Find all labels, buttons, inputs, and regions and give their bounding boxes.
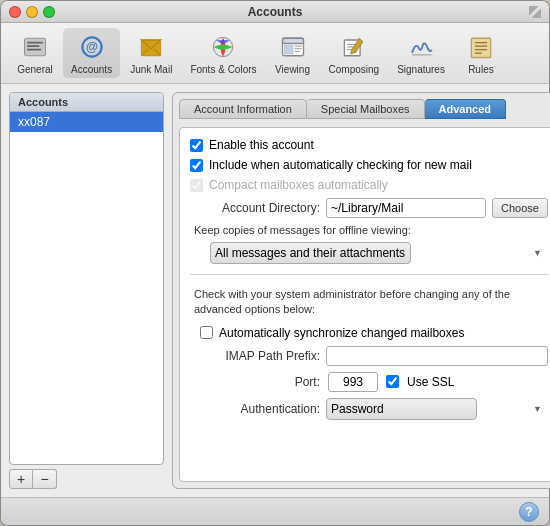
- tab-special-mailboxes[interactable]: Special Mailboxes: [307, 99, 425, 119]
- accounts-list: Accounts xx087: [9, 92, 164, 465]
- choose-button[interactable]: Choose: [492, 198, 548, 218]
- svg-rect-24: [471, 38, 490, 57]
- auth-row: Authentication: Password MD5 Challenge-R…: [190, 398, 548, 420]
- viewing-label: Viewing: [275, 64, 310, 75]
- bottom-bar: ?: [1, 497, 549, 525]
- imap-prefix-row: IMAP Path Prefix:: [190, 346, 548, 366]
- tab-advanced[interactable]: Advanced: [425, 99, 507, 119]
- enable-account-checkbox[interactable]: [190, 139, 203, 152]
- accounts-window: Accounts General @: [0, 0, 550, 526]
- use-ssl-label: Use SSL: [407, 375, 454, 389]
- fonts-colors-label: Fonts & Colors: [190, 64, 256, 75]
- signatures-icon: [405, 31, 437, 63]
- use-ssl-checkbox[interactable]: [386, 375, 399, 388]
- composing-label: Composing: [329, 64, 380, 75]
- maximize-button[interactable]: [43, 6, 55, 18]
- svg-rect-3: [27, 49, 41, 51]
- viewing-icon: [277, 31, 309, 63]
- keep-copies-dropdown-wrapper: All messages and their attachments All m…: [210, 242, 548, 264]
- sidebar: Accounts xx087 + −: [9, 92, 164, 489]
- compact-mailboxes-checkbox[interactable]: [190, 179, 203, 192]
- toolbar-item-rules[interactable]: Rules: [455, 28, 507, 78]
- toolbar-item-accounts[interactable]: @ Accounts: [63, 28, 120, 78]
- include-checking-checkbox[interactable]: [190, 159, 203, 172]
- composing-icon: [338, 31, 370, 63]
- advanced-warning-text: Check with your system administrator bef…: [194, 287, 544, 318]
- fonts-colors-icon: [207, 31, 239, 63]
- svg-rect-14: [284, 45, 293, 54]
- toolbar-item-general[interactable]: General: [9, 28, 61, 78]
- advanced-form: Enable this account Include when automat…: [179, 127, 550, 482]
- toolbar: General @ Accounts Junk Mail: [1, 23, 549, 84]
- divider: [190, 274, 548, 275]
- window-title: Accounts: [248, 5, 303, 19]
- auth-dropdown-wrapper: Password MD5 Challenge-Response NTLM Ker…: [326, 398, 548, 420]
- port-label: Port:: [190, 375, 320, 389]
- svg-rect-13: [282, 38, 303, 43]
- include-checking-row: Include when automatically checking for …: [190, 158, 548, 172]
- toolbar-item-composing[interactable]: Composing: [321, 28, 388, 78]
- junk-mail-label: Junk Mail: [130, 64, 172, 75]
- tab-bar: Account Information Special Mailboxes Ad…: [179, 99, 550, 119]
- keep-copies-row: All messages and their attachments All m…: [210, 242, 548, 264]
- general-icon: [19, 31, 51, 63]
- keep-copies-select[interactable]: All messages and their attachments All m…: [210, 242, 411, 264]
- port-row: Port: Use SSL: [190, 372, 548, 392]
- add-account-button[interactable]: +: [9, 469, 33, 489]
- rules-icon: [465, 31, 497, 63]
- sidebar-item-xx087[interactable]: xx087: [10, 112, 163, 132]
- accounts-label: Accounts: [71, 64, 112, 75]
- include-checking-label: Include when automatically checking for …: [209, 158, 472, 172]
- auto-sync-checkbox[interactable]: [200, 326, 213, 339]
- junk-mail-icon: [135, 31, 167, 63]
- main-panel: Account Information Special Mailboxes Ad…: [172, 92, 550, 489]
- auto-sync-label: Automatically synchronize changed mailbo…: [219, 326, 464, 340]
- compact-mailboxes-label: Compact mailboxes automatically: [209, 178, 388, 192]
- accounts-icon: @: [76, 31, 108, 63]
- resize-handle[interactable]: [529, 6, 541, 18]
- window-controls: [9, 6, 55, 18]
- general-label: General: [17, 64, 53, 75]
- close-button[interactable]: [9, 6, 21, 18]
- compact-mailboxes-row: Compact mailboxes automatically: [190, 178, 548, 192]
- keep-copies-caption: Keep copies of messages for offline view…: [194, 224, 548, 236]
- auto-sync-row: Automatically synchronize changed mailbo…: [200, 326, 548, 340]
- title-bar: Accounts: [1, 1, 549, 23]
- content-area: Accounts xx087 + − Account Information S…: [1, 84, 549, 497]
- enable-account-label: Enable this account: [209, 138, 314, 152]
- imap-prefix-label: IMAP Path Prefix:: [190, 349, 320, 363]
- minimize-button[interactable]: [26, 6, 38, 18]
- enable-account-row: Enable this account: [190, 138, 548, 152]
- imap-prefix-input[interactable]: [326, 346, 548, 366]
- rules-label: Rules: [468, 64, 494, 75]
- signatures-label: Signatures: [397, 64, 445, 75]
- remove-account-button[interactable]: −: [33, 469, 57, 489]
- sidebar-buttons: + −: [9, 469, 164, 489]
- toolbar-item-junk-mail[interactable]: Junk Mail: [122, 28, 180, 78]
- help-button[interactable]: ?: [519, 502, 539, 522]
- toolbar-item-viewing[interactable]: Viewing: [267, 28, 319, 78]
- svg-rect-1: [27, 42, 43, 44]
- toolbar-item-signatures[interactable]: Signatures: [389, 28, 453, 78]
- port-input[interactable]: [328, 372, 378, 392]
- account-directory-label: Account Directory:: [190, 201, 320, 215]
- svg-text:@: @: [86, 40, 98, 54]
- toolbar-item-fonts-colors[interactable]: Fonts & Colors: [182, 28, 264, 78]
- sidebar-header: Accounts: [10, 93, 163, 112]
- auth-select[interactable]: Password MD5 Challenge-Response NTLM Ker…: [326, 398, 477, 420]
- account-directory-row: Account Directory: Choose: [190, 198, 548, 218]
- svg-rect-2: [27, 45, 39, 47]
- tab-account-information[interactable]: Account Information: [179, 99, 307, 119]
- auth-label: Authentication:: [190, 402, 320, 416]
- account-directory-input[interactable]: [326, 198, 486, 218]
